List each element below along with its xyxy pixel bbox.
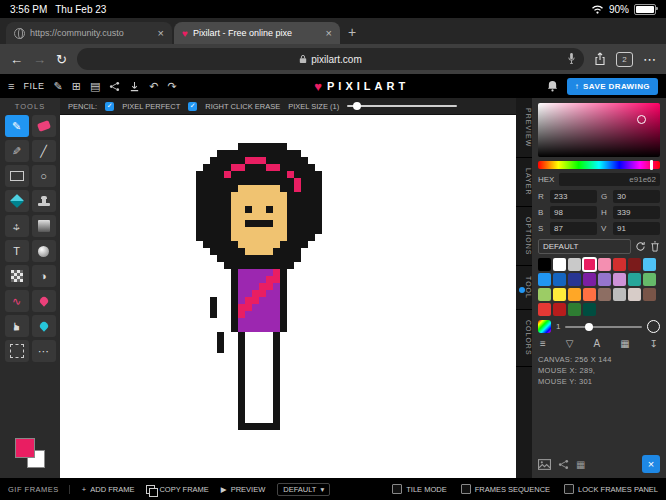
sphere-tool-button[interactable] — [32, 240, 56, 262]
back-button[interactable]: ← — [10, 52, 23, 67]
frames-sequence-checkbox[interactable] — [461, 484, 471, 494]
share-drawing-icon[interactable] — [109, 81, 120, 92]
palette-swatch[interactable] — [553, 288, 566, 301]
shade-tool-button[interactable]: ◑ — [32, 265, 56, 287]
palette-swatch[interactable] — [598, 258, 611, 271]
new-page-icon[interactable]: ▤ — [90, 80, 100, 93]
forward-button[interactable]: → — [33, 52, 46, 67]
gradient-tool-button[interactable] — [32, 215, 56, 237]
tab-layer[interactable]: LAYER — [516, 158, 532, 206]
palette-swatch[interactable] — [643, 273, 656, 286]
pixel-size-slider[interactable] — [347, 105, 457, 107]
flask-icon[interactable]: ▽ — [566, 338, 574, 349]
close-panel-button[interactable]: × — [642, 455, 660, 473]
palette-swatch[interactable] — [628, 288, 641, 301]
mic-icon[interactable] — [567, 52, 576, 65]
download-palette-icon[interactable]: ↧ — [650, 338, 658, 349]
palette-swatch[interactable] — [553, 258, 566, 271]
palette-swatch[interactable] — [538, 288, 551, 301]
image-icon[interactable] — [538, 459, 551, 470]
brush-size-slider[interactable] — [565, 326, 642, 328]
tile-mode-checkbox[interactable] — [392, 484, 402, 494]
browser-tab-pixilart[interactable]: ♥ Pixilart - Free online pixe × — [174, 22, 340, 44]
pan-tool-button[interactable]: ☛ — [5, 315, 29, 337]
tile-mode-toggle[interactable]: TILE MODE — [392, 484, 446, 494]
palette-swatch[interactable] — [613, 288, 626, 301]
palette-swatch[interactable] — [568, 303, 581, 316]
palette-swatch[interactable] — [538, 303, 551, 316]
palette-swatch[interactable] — [598, 288, 611, 301]
resize-canvas-icon[interactable]: ⊞ — [72, 80, 81, 93]
palette-swatch[interactable] — [583, 273, 596, 286]
text-color-icon[interactable]: A — [594, 338, 601, 349]
circle-tool-button[interactable]: ○ — [32, 165, 56, 187]
preview-button[interactable]: ▶ PREVIEW — [221, 485, 265, 494]
saturation-value-picker[interactable] — [538, 103, 660, 157]
hue-cursor[interactable] — [650, 160, 653, 170]
palette-swatch[interactable] — [598, 273, 611, 286]
slider-thumb[interactable] — [353, 102, 361, 110]
undo-icon[interactable]: ↶ — [149, 80, 158, 93]
v-input[interactable]: 91 — [613, 222, 660, 235]
hex-input[interactable]: e91e62 — [559, 173, 660, 186]
draw-mode-icon[interactable]: ✎ — [53, 80, 62, 93]
dither-tool-button[interactable] — [5, 265, 29, 287]
blur-tool-button[interactable] — [32, 315, 56, 337]
palette-swatch[interactable] — [628, 258, 641, 271]
palette-swatch[interactable] — [583, 303, 596, 316]
rainbow-picker-button[interactable] — [538, 320, 551, 333]
menu-icon[interactable]: ≡ — [8, 80, 14, 92]
grid-view-icon[interactable]: ▦ — [576, 459, 585, 470]
tab-options[interactable]: OPTIONS — [516, 207, 532, 267]
palette-select[interactable]: DEFAULT — [538, 239, 631, 254]
copy-frame-button[interactable]: COPY FRAME — [146, 485, 208, 494]
tab-close-icon[interactable]: × — [326, 27, 332, 39]
eraser-tool-button[interactable] — [32, 115, 56, 137]
palette-swatch[interactable] — [568, 273, 581, 286]
frame-select-dropdown[interactable]: DEFAULT ▾ — [277, 483, 330, 496]
pixel-perfect-checkbox[interactable]: ✓ — [105, 102, 114, 111]
frames-sequence-toggle[interactable]: FRAMES SEQUENCE — [461, 484, 550, 494]
pencil-tool-button[interactable]: ✎ — [5, 115, 29, 137]
tab-switcher-button[interactable]: 2 — [616, 52, 633, 67]
palette-swatch[interactable] — [583, 288, 596, 301]
lasso-tool-button[interactable]: ∿ — [5, 290, 29, 312]
palette-swatch[interactable] — [583, 258, 596, 271]
palette-swatch[interactable] — [553, 273, 566, 286]
lock-frames-checkbox[interactable] — [564, 484, 574, 494]
palette-swatch[interactable] — [538, 258, 551, 271]
redo-icon[interactable]: ↷ — [168, 80, 177, 93]
palette-swatch[interactable] — [643, 288, 656, 301]
tab-preview[interactable]: PREVIEW — [516, 98, 532, 158]
b-input[interactable]: 98 — [550, 206, 597, 219]
palette-swatch[interactable] — [568, 258, 581, 271]
g-input[interactable]: 30 — [613, 190, 660, 203]
file-menu-button[interactable]: FILE — [23, 81, 44, 91]
share-icon[interactable] — [594, 52, 606, 66]
add-frame-button[interactable]: + ADD FRAME — [82, 485, 135, 494]
palette-swatch[interactable] — [553, 303, 566, 316]
download-icon[interactable] — [129, 81, 140, 92]
primary-color-swatch[interactable] — [15, 438, 35, 458]
fill-tool-button[interactable] — [32, 290, 56, 312]
line-tool-button[interactable]: ╱ — [32, 140, 56, 162]
cube-tool-button[interactable] — [5, 190, 29, 212]
notifications-bell-icon[interactable] — [547, 80, 558, 92]
text-tool-button[interactable]: T — [5, 240, 29, 262]
tab-close-icon[interactable]: × — [158, 27, 164, 39]
rectangle-tool-button[interactable] — [5, 165, 29, 187]
browser-tab-community[interactable]: https://community.custo × — [6, 22, 172, 44]
refresh-palette-icon[interactable] — [635, 241, 646, 252]
new-tab-button[interactable]: + — [342, 24, 362, 44]
drawing-canvas-area[interactable] — [60, 115, 516, 478]
hue-slider[interactable] — [538, 161, 660, 169]
brush-slider-thumb[interactable] — [585, 323, 593, 331]
picker-cursor[interactable] — [637, 115, 646, 124]
stamp-tool-button[interactable] — [32, 190, 56, 212]
h-input[interactable]: 339 — [613, 206, 660, 219]
grid-icon[interactable]: ▦ — [620, 338, 629, 349]
browser-menu-button[interactable]: ⋯ — [643, 52, 656, 67]
select-tool-button[interactable] — [5, 340, 29, 362]
move-tool-button[interactable]: ↔↕ — [5, 215, 29, 237]
palette-swatch[interactable] — [628, 273, 641, 286]
